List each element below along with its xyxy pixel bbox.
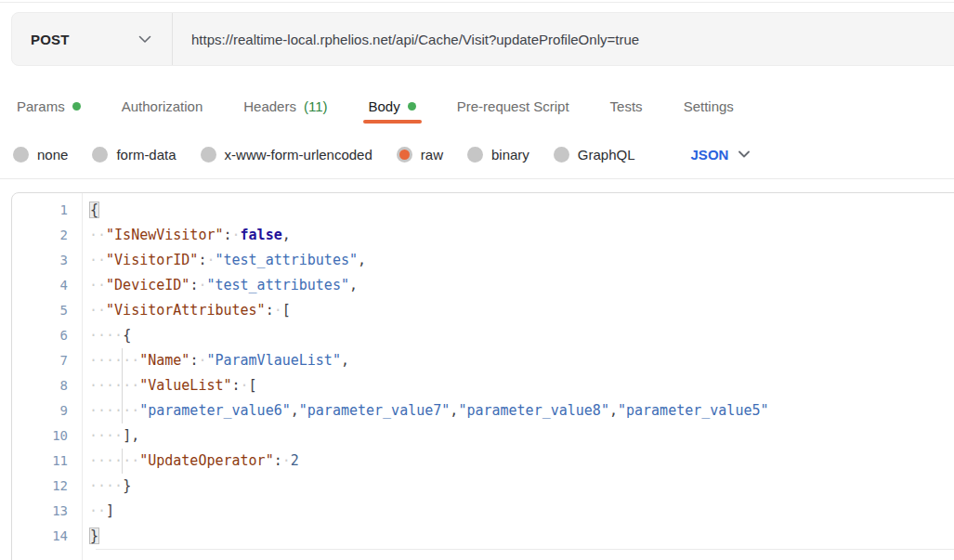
whitespace-dots: ···· (89, 427, 123, 444)
json-punctuation: , (291, 402, 299, 419)
whitespace-dots: ·· (123, 452, 139, 469)
request-tabs: ParamsAuthorizationHeaders(11)BodyPre-re… (11, 87, 769, 124)
whitespace-dots: · (274, 302, 282, 319)
json-key: "DeviceID" (106, 277, 189, 293)
whitespace-dots: · (241, 377, 249, 394)
whitespace-dots: ···· (89, 452, 123, 469)
json-punctuation: : (224, 227, 232, 243)
json-punctuation: , (349, 277, 358, 293)
tab-label: Tests (610, 98, 643, 114)
tab-body[interactable]: Body (363, 87, 422, 124)
body-type-binary[interactable]: binary (467, 147, 529, 163)
code-line: 7······"Name":·"ParamVlaueList", (12, 348, 954, 373)
code-line: 9······"parameter_value6","parameter_val… (12, 398, 954, 423)
tab-settings[interactable]: Settings (678, 87, 739, 124)
code-line: 2··"IsNewVisitor":·false, (12, 223, 954, 248)
whitespace-dots: · (282, 452, 291, 469)
json-boolean: false (241, 227, 282, 243)
body-type-label: raw (421, 147, 443, 163)
green-status-dot-icon (72, 102, 81, 111)
code-line: 3··"VisitorID":·"test_attributes", (12, 248, 954, 273)
tab-label: Body (369, 98, 400, 114)
language-value: JSON (691, 147, 729, 163)
radio-icon (13, 147, 29, 163)
body-type-x-www-form-urlencoded[interactable]: x-www-form-urlencoded (201, 147, 372, 163)
code-content: ··"DeviceID":·"test_attributes", (68, 273, 358, 298)
code-content: ··"IsNewVisitor":·false, (68, 223, 291, 248)
whitespace-dots: ···· (89, 327, 123, 344)
method-selector[interactable]: POST (12, 13, 172, 65)
whitespace-dots: ·· (89, 277, 106, 293)
code-rows: 1{2··"IsNewVisitor":·false,3··"VisitorID… (12, 198, 954, 549)
tab-params[interactable]: Params (11, 87, 86, 124)
line-number: 14 (12, 524, 68, 549)
code-content: ····} (68, 474, 131, 499)
json-punctuation: , (358, 252, 366, 268)
json-string: "test_attributes" (206, 277, 349, 293)
line-number: 12 (12, 474, 68, 499)
matched-bracket-json-punctuation: { (89, 202, 99, 218)
json-string: "parameter_value8" (458, 402, 609, 419)
line-number: 6 (12, 323, 68, 348)
language-selector[interactable]: JSON (691, 147, 751, 163)
code-content: { (68, 198, 99, 223)
body-type-label: x-www-form-urlencoded (225, 147, 372, 163)
line-number: 10 (12, 423, 68, 449)
body-editor[interactable]: 1{2··"IsNewVisitor":·false,3··"VisitorID… (11, 192, 954, 560)
code-content: } (68, 524, 99, 549)
green-status-dot-icon (408, 102, 416, 111)
json-punctuation: , (341, 352, 349, 369)
line-number: 1 (12, 198, 68, 223)
code-line: 1{ (12, 198, 954, 223)
json-punctuation: } (123, 477, 131, 494)
whitespace-dots: ·· (89, 227, 106, 243)
line-number: 13 (12, 499, 68, 524)
code-content: ····{ (68, 323, 131, 348)
line-number: 8 (12, 373, 68, 398)
json-punctuation: , (609, 402, 618, 419)
body-type-form-data[interactable]: form-data (92, 147, 176, 163)
request-url-bar: POST https://realtime-local.rphelios.net… (11, 12, 954, 66)
tab-label: Authorization (122, 98, 203, 114)
code-content: ······"parameter_value6","parameter_valu… (68, 398, 769, 423)
body-type-none[interactable]: none (13, 147, 68, 163)
whitespace-dots: ·· (89, 252, 106, 268)
json-key: "VisitorID" (106, 252, 198, 268)
whitespace-dots: ···· (89, 477, 123, 494)
line-number: 7 (12, 348, 68, 373)
json-key: "VisitorAttributes" (106, 302, 266, 319)
tab-pre-request-script[interactable]: Pre-request Script (451, 87, 575, 124)
radio-selected-icon (397, 147, 412, 163)
url-input[interactable]: https://realtime-local.rphelios.net/api/… (173, 13, 639, 65)
json-punctuation: ], (123, 427, 139, 444)
body-section-divider (0, 178, 954, 179)
json-number: 2 (291, 452, 299, 469)
tab-headers[interactable]: Headers(11) (238, 87, 333, 124)
code-content: ······"UpdateOperator":·2 (68, 449, 299, 474)
body-type-raw[interactable]: raw (397, 147, 443, 163)
json-key: "Name" (139, 352, 189, 369)
tab-label: Pre-request Script (457, 98, 569, 114)
code-line: 6····{ (12, 323, 954, 348)
code-content: ··"VisitorAttributes":·[ (68, 298, 291, 323)
whitespace-dots: · (232, 227, 241, 243)
radio-icon (554, 147, 569, 163)
code-line: 10····], (12, 423, 954, 449)
whitespace-dots: ·· (89, 302, 106, 319)
code-content: ······"Name":·"ParamVlaueList", (68, 348, 349, 373)
json-punctuation: [ (249, 377, 257, 394)
json-punctuation: : (274, 452, 282, 469)
tab-authorization[interactable]: Authorization (116, 87, 209, 124)
radio-icon (467, 147, 483, 163)
body-type-GraphQL[interactable]: GraphQL (554, 147, 635, 163)
code-line: 13··] (12, 499, 954, 524)
tab-label: Params (17, 98, 65, 114)
whitespace-dots: ·· (123, 402, 139, 419)
whitespace-dots: ···· (89, 377, 123, 394)
chevron-down-icon (738, 150, 750, 158)
json-punctuation: ] (106, 502, 114, 519)
tab-tests[interactable]: Tests (605, 87, 648, 124)
line-number: 9 (12, 398, 68, 423)
whitespace-dots: ·· (89, 502, 106, 519)
radio-icon (92, 147, 108, 163)
